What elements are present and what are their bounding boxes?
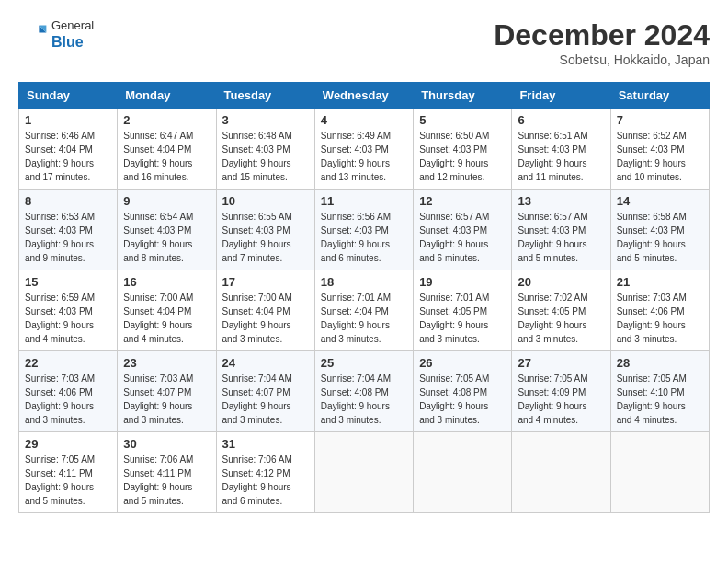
calendar-cell: 20 Sunrise: 7:02 AM Sunset: 4:05 PM Dayl… <box>512 270 610 351</box>
day-number: 2 <box>123 113 210 127</box>
day-number: 3 <box>222 113 309 127</box>
sunrise-label: Sunrise: 7:03 AM <box>617 293 687 303</box>
day-info: Sunrise: 6:57 AM Sunset: 4:03 PM Dayligh… <box>419 210 506 265</box>
sunset-label: Sunset: 4:03 PM <box>321 225 389 236</box>
sunrise-label: Sunrise: 7:03 AM <box>25 373 95 384</box>
header-friday: Friday <box>512 83 610 109</box>
day-info: Sunrise: 6:47 AM Sunset: 4:04 PM Dayligh… <box>123 129 210 184</box>
day-info: Sunrise: 7:03 AM Sunset: 4:06 PM Dayligh… <box>617 291 703 346</box>
logo-blue: Blue <box>51 33 94 51</box>
daylight-label: Daylight: 9 hours and 6 minutes. <box>222 482 291 506</box>
sunset-label: Sunset: 4:03 PM <box>617 225 685 236</box>
daylight-label: Daylight: 9 hours and 5 minutes. <box>123 482 192 506</box>
day-number: 6 <box>518 113 604 127</box>
day-info: Sunrise: 6:51 AM Sunset: 4:03 PM Dayligh… <box>518 129 604 184</box>
daylight-label: Daylight: 9 hours and 3 minutes. <box>617 320 686 344</box>
logo-icon <box>18 19 48 49</box>
calendar-cell <box>314 432 413 513</box>
sunset-label: Sunset: 4:03 PM <box>419 225 487 236</box>
daylight-label: Daylight: 9 hours and 3 minutes. <box>419 401 488 425</box>
day-number: 7 <box>617 113 703 127</box>
day-number: 20 <box>518 275 604 289</box>
calendar-cell: 31 Sunrise: 7:06 AM Sunset: 4:12 PM Dayl… <box>216 432 314 513</box>
sunset-label: Sunset: 4:03 PM <box>419 144 487 155</box>
day-number: 12 <box>419 194 506 208</box>
week-row-2: 8 Sunrise: 6:53 AM Sunset: 4:03 PM Dayli… <box>19 190 710 270</box>
week-row-1: 1 Sunrise: 6:46 AM Sunset: 4:04 PM Dayli… <box>19 109 710 190</box>
calendar-cell: 1 Sunrise: 6:46 AM Sunset: 4:04 PM Dayli… <box>19 109 118 190</box>
sunset-label: Sunset: 4:12 PM <box>222 468 290 478</box>
daylight-label: Daylight: 9 hours and 3 minutes. <box>123 401 192 425</box>
calendar-cell: 3 Sunrise: 6:48 AM Sunset: 4:03 PM Dayli… <box>216 109 314 190</box>
sunset-label: Sunset: 4:11 PM <box>25 468 93 478</box>
day-number: 19 <box>419 275 506 289</box>
sunrise-label: Sunrise: 6:54 AM <box>123 212 193 222</box>
day-number: 5 <box>419 113 506 127</box>
day-info: Sunrise: 7:06 AM Sunset: 4:11 PM Dayligh… <box>123 453 210 508</box>
daylight-label: Daylight: 9 hours and 5 minutes. <box>617 239 686 263</box>
sunrise-label: Sunrise: 7:04 AM <box>321 373 391 384</box>
daylight-label: Daylight: 9 hours and 3 minutes. <box>222 320 291 344</box>
day-number: 14 <box>617 194 703 208</box>
calendar-cell <box>512 432 610 513</box>
day-info: Sunrise: 6:54 AM Sunset: 4:03 PM Dayligh… <box>123 210 210 265</box>
calendar-cell: 23 Sunrise: 7:03 AM Sunset: 4:07 PM Dayl… <box>118 351 216 432</box>
sunset-label: Sunset: 4:04 PM <box>321 306 389 316</box>
day-number: 25 <box>321 356 407 370</box>
daylight-label: Daylight: 9 hours and 4 minutes. <box>518 401 586 425</box>
sunrise-label: Sunrise: 6:50 AM <box>419 131 489 141</box>
month-title: December 2024 <box>494 18 710 52</box>
sunset-label: Sunset: 4:03 PM <box>518 225 586 236</box>
day-info: Sunrise: 6:56 AM Sunset: 4:03 PM Dayligh… <box>321 210 407 265</box>
daylight-label: Daylight: 9 hours and 3 minutes. <box>518 320 586 344</box>
sunrise-label: Sunrise: 7:00 AM <box>222 293 292 303</box>
day-number: 29 <box>25 437 111 451</box>
day-number: 9 <box>123 194 210 208</box>
location: Sobetsu, Hokkaido, Japan <box>494 52 710 67</box>
day-number: 17 <box>222 275 309 289</box>
calendar-cell: 26 Sunrise: 7:05 AM Sunset: 4:08 PM Dayl… <box>414 351 512 432</box>
sunrise-label: Sunrise: 7:06 AM <box>123 454 193 465</box>
sunrise-label: Sunrise: 6:56 AM <box>321 212 391 222</box>
sunrise-label: Sunrise: 7:05 AM <box>617 373 687 384</box>
sunset-label: Sunset: 4:03 PM <box>25 306 93 316</box>
header-wednesday: Wednesday <box>314 83 413 109</box>
daylight-label: Daylight: 9 hours and 4 minutes. <box>25 320 94 344</box>
daylight-label: Daylight: 9 hours and 3 minutes. <box>25 401 94 425</box>
sunset-label: Sunset: 4:06 PM <box>25 387 93 397</box>
sunrise-label: Sunrise: 6:55 AM <box>222 212 292 222</box>
sunset-label: Sunset: 4:03 PM <box>222 144 290 155</box>
day-number: 11 <box>321 194 407 208</box>
calendar-body: 1 Sunrise: 6:46 AM Sunset: 4:04 PM Dayli… <box>19 109 710 513</box>
calendar-cell: 25 Sunrise: 7:04 AM Sunset: 4:08 PM Dayl… <box>314 351 413 432</box>
daylight-label: Daylight: 9 hours and 7 minutes. <box>222 239 291 263</box>
header-tuesday: Tuesday <box>216 83 314 109</box>
sunset-label: Sunset: 4:05 PM <box>419 306 487 316</box>
sunrise-label: Sunrise: 6:51 AM <box>518 131 587 141</box>
calendar-cell: 29 Sunrise: 7:05 AM Sunset: 4:11 PM Dayl… <box>19 432 118 513</box>
calendar-cell: 12 Sunrise: 6:57 AM Sunset: 4:03 PM Dayl… <box>414 190 512 270</box>
sunset-label: Sunset: 4:04 PM <box>25 144 93 155</box>
week-row-5: 29 Sunrise: 7:05 AM Sunset: 4:11 PM Dayl… <box>19 432 710 513</box>
day-info: Sunrise: 6:55 AM Sunset: 4:03 PM Dayligh… <box>222 210 309 265</box>
daylight-label: Daylight: 9 hours and 12 minutes. <box>419 158 488 182</box>
logo-general: General <box>51 18 94 33</box>
sunrise-label: Sunrise: 7:04 AM <box>222 373 292 384</box>
calendar-cell: 8 Sunrise: 6:53 AM Sunset: 4:03 PM Dayli… <box>19 190 118 270</box>
calendar-cell: 13 Sunrise: 6:57 AM Sunset: 4:03 PM Dayl… <box>512 190 610 270</box>
day-info: Sunrise: 7:05 AM Sunset: 4:11 PM Dayligh… <box>25 453 111 508</box>
daylight-label: Daylight: 9 hours and 17 minutes. <box>25 158 94 182</box>
day-info: Sunrise: 6:57 AM Sunset: 4:03 PM Dayligh… <box>518 210 604 265</box>
calendar-cell: 6 Sunrise: 6:51 AM Sunset: 4:03 PM Dayli… <box>512 109 610 190</box>
svg-rect-0 <box>18 19 48 49</box>
sunset-label: Sunset: 4:08 PM <box>419 387 487 397</box>
day-info: Sunrise: 7:00 AM Sunset: 4:04 PM Dayligh… <box>222 291 309 346</box>
sunrise-label: Sunrise: 7:03 AM <box>123 373 193 384</box>
sunrise-label: Sunrise: 6:57 AM <box>518 212 587 222</box>
day-info: Sunrise: 7:04 AM Sunset: 4:07 PM Dayligh… <box>222 372 309 427</box>
sunrise-label: Sunrise: 7:05 AM <box>518 373 587 384</box>
calendar-cell: 21 Sunrise: 7:03 AM Sunset: 4:06 PM Dayl… <box>610 270 709 351</box>
day-number: 23 <box>123 356 210 370</box>
day-number: 22 <box>25 356 111 370</box>
day-info: Sunrise: 7:02 AM Sunset: 4:05 PM Dayligh… <box>518 291 604 346</box>
